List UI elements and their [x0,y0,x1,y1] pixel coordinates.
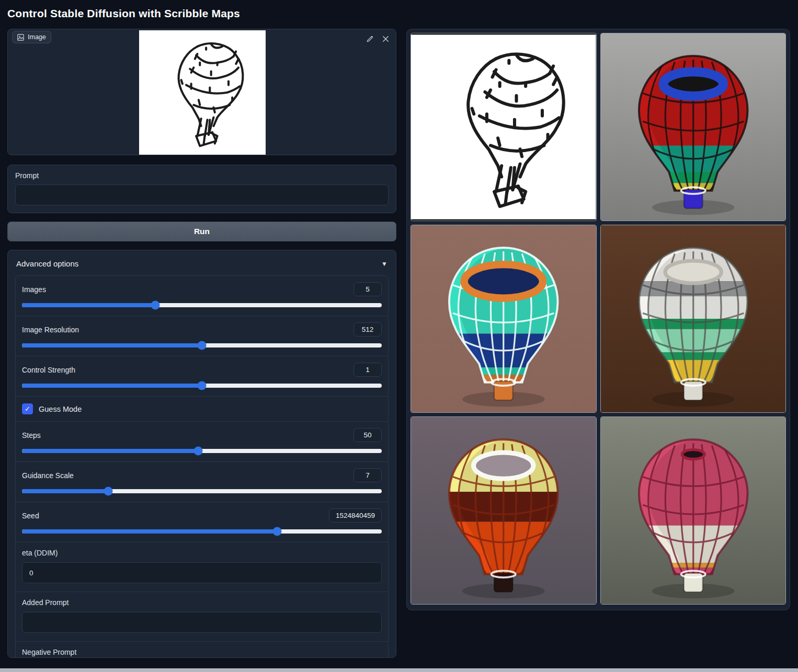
gallery-grid [411,33,786,606]
eta-ddim-input[interactable]: 0 [22,562,382,583]
slider-thumb[interactable] [273,527,282,536]
slider-thumb[interactable] [104,487,113,496]
gallery-item-red-wireframe-balloon-render[interactable] [600,33,786,221]
guess-mode-label: Guess Mode [39,405,82,413]
slider-row-image-resolution: Image Resolution 512 [16,316,388,356]
edit-pencil-icon[interactable] [366,35,374,43]
slider-thumb[interactable] [194,447,203,456]
prompt-label: Prompt [15,171,389,180]
slider-thumb[interactable] [151,301,159,310]
image-input-label-tab: Image [12,31,51,43]
guess-mode-row: ✓ Guess Mode [16,397,388,422]
guidance-scale-label: Guidance Scale [22,471,74,480]
steps-label: Steps [22,431,41,439]
gallery-item-scribble-balloon-sketch[interactable] [411,33,597,221]
seed-slider[interactable] [22,529,382,534]
prompt-input[interactable] [15,184,389,205]
image-resolution-label: Image Resolution [22,326,79,334]
eta-ddim-label: eta (DDIM) [22,549,382,557]
advanced-options-title: Advanced options [16,259,78,268]
output-gallery [406,29,790,610]
image-toolbar [366,35,390,43]
uploaded-image[interactable] [139,30,266,155]
seed-label: Seed [22,512,39,520]
slider-thumb[interactable] [198,341,207,350]
left-column: Image Prompt Run [7,29,396,658]
image-resolution-value[interactable]: 512 [354,322,382,337]
slider-row-control-strength: Control Strength 1 [16,356,388,397]
app-root: Control Stable Diffusion with Scribble M… [0,0,798,658]
horizontal-scrollbar[interactable] [0,668,798,672]
advanced-options-group: Images 5 Image Resolution 512 [15,275,389,658]
slider-row-seed: Seed 1524840459 [16,502,388,542]
main-layout: Image Prompt Run [7,29,790,658]
negative-prompt-row: Negative Prompt [16,642,388,658]
image-icon [17,34,24,41]
eta-ddim-row: eta (DDIM) 0 [16,542,388,592]
guidance-scale-slider[interactable] [22,489,382,493]
gallery-item-pink-crimson-balloon-render[interactable] [600,416,786,605]
negative-prompt-label: Negative Prompt [22,648,382,656]
control-strength-slider[interactable] [22,384,382,388]
slider-thumb[interactable] [198,381,207,390]
guess-mode-checkbox[interactable]: ✓ [22,403,33,414]
advanced-options-panel: Advanced options ▼ Images 5 [7,250,396,658]
added-prompt-row: Added Prompt [16,592,388,642]
images-slider[interactable] [22,303,382,307]
slider-row-images: Images 5 [16,276,388,316]
added-prompt-input[interactable] [22,612,382,633]
gallery-item-teal-balloon-illustration[interactable] [411,225,597,413]
checkmark-icon: ✓ [25,405,30,413]
chevron-down-icon: ▼ [381,260,387,268]
advanced-options-header[interactable]: Advanced options ▼ [15,257,389,275]
added-prompt-label: Added Prompt [22,598,382,607]
control-strength-label: Control Strength [22,366,75,374]
prompt-panel: Prompt [7,165,396,213]
images-label: Images [22,285,46,294]
close-icon[interactable] [382,35,390,43]
image-resolution-slider[interactable] [22,343,382,347]
image-input-label: Image [28,33,46,41]
slider-row-guidance-scale: Guidance Scale 7 [16,462,388,502]
seed-value[interactable]: 1524840459 [329,508,382,523]
page-title: Control Stable Diffusion with Scribble M… [7,7,790,20]
guidance-scale-value[interactable]: 7 [354,468,382,482]
right-column [406,29,790,610]
images-value[interactable]: 5 [354,282,382,296]
run-button[interactable]: Run [7,222,396,241]
gallery-item-glossy-orange-balloon-render[interactable] [411,416,597,605]
gallery-item-white-green-yellow-balloon-render[interactable] [600,225,786,413]
control-strength-value[interactable]: 1 [354,363,382,377]
slider-row-steps: Steps 50 [16,422,388,462]
steps-value[interactable]: 50 [354,428,382,442]
image-input-panel[interactable]: Image [7,29,396,155]
steps-slider[interactable] [22,449,382,453]
